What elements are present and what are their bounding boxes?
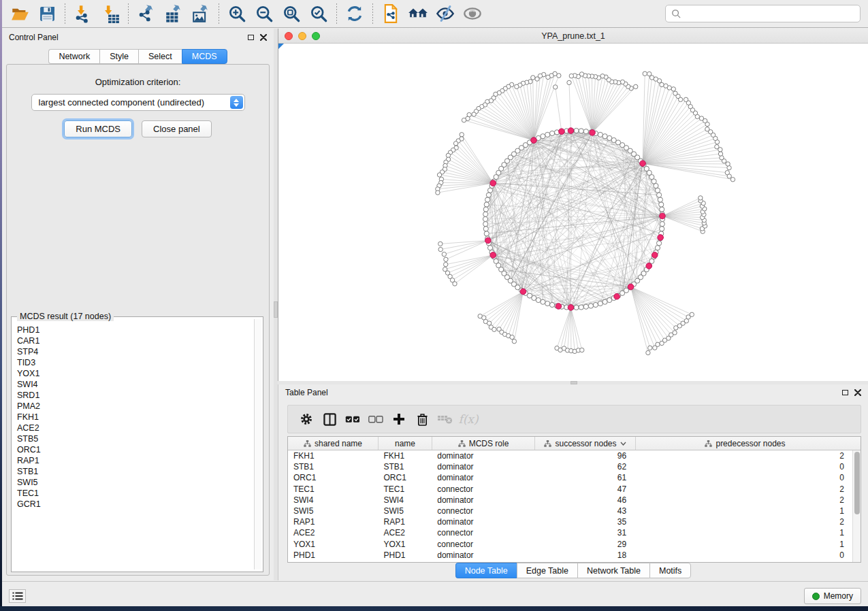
- save-session-icon[interactable]: [37, 3, 57, 24]
- table-cell[interactable]: 2: [634, 517, 852, 527]
- table-scrollbar[interactable]: [852, 450, 861, 562]
- mcds-result-item[interactable]: SRD1: [14, 390, 253, 401]
- table-cell[interactable]: TEC1: [288, 484, 379, 494]
- table-cell[interactable]: 96: [534, 451, 634, 461]
- table-settings-gear-icon[interactable]: [295, 409, 318, 429]
- table-cell[interactable]: TEC1: [379, 484, 432, 494]
- table-row[interactable]: ORC1ORC1dominator610: [288, 472, 852, 483]
- close-panel-icon[interactable]: [260, 34, 267, 41]
- table-cell[interactable]: connector: [432, 506, 534, 516]
- float-panel-icon[interactable]: [248, 35, 254, 40]
- mcds-result-item[interactable]: GCR1: [14, 499, 253, 510]
- table-cell[interactable]: 29: [534, 540, 634, 549]
- table-cell[interactable]: FKH1: [288, 451, 379, 461]
- table-cell[interactable]: 0: [634, 462, 852, 472]
- network-from-file-icon[interactable]: [381, 3, 401, 24]
- deselect-all-rows-icon[interactable]: [364, 409, 387, 429]
- show-details-icon[interactable]: [462, 3, 483, 24]
- column-header-shared-name[interactable]: shared name: [288, 437, 379, 450]
- table-cell[interactable]: SWI4: [288, 495, 379, 505]
- network-canvas[interactable]: [278, 44, 868, 381]
- table-cell[interactable]: PHD1: [379, 550, 432, 560]
- table-cell[interactable]: 46: [534, 495, 634, 505]
- mcds-result-item[interactable]: STP4: [14, 346, 253, 357]
- mcds-result-item[interactable]: RAP1: [14, 455, 253, 466]
- tab-node-table[interactable]: Node Table: [455, 563, 517, 578]
- table-cell[interactable]: 61: [534, 473, 634, 482]
- tab-style[interactable]: Style: [99, 49, 138, 64]
- table-cell[interactable]: connector: [432, 484, 534, 494]
- mcds-result-item[interactable]: CAR1: [14, 335, 253, 346]
- table-cell[interactable]: RAP1: [379, 517, 432, 527]
- column-header-MCDS-role[interactable]: MCDS role: [432, 437, 535, 450]
- table-cell[interactable]: 1: [634, 506, 852, 516]
- table-row[interactable]: ACE2ACE2connector311: [288, 527, 852, 538]
- delete-column-trash-icon[interactable]: [411, 409, 434, 429]
- mcds-result-list[interactable]: PHD1CAR1STP4TID3YOX1SWI4SRD1PMA2FKH1ACE2…: [14, 319, 253, 569]
- mcds-result-item[interactable]: STB5: [14, 433, 253, 444]
- export-network-icon[interactable]: [136, 3, 157, 24]
- table-cell[interactable]: ORC1: [288, 473, 379, 482]
- show-column-panel-icon[interactable]: [318, 409, 341, 429]
- table-cell[interactable]: FKH1: [379, 451, 432, 461]
- table-cell[interactable]: 2: [634, 484, 852, 494]
- export-image-icon[interactable]: [191, 3, 211, 24]
- table-cell[interactable]: dominator: [432, 462, 534, 472]
- close-panel-button[interactable]: Close panel: [142, 120, 212, 137]
- table-cell[interactable]: connector: [432, 528, 534, 538]
- table-cell[interactable]: YOX1: [379, 540, 432, 549]
- table-cell[interactable]: SWI5: [379, 506, 432, 516]
- table-row[interactable]: SWI4SWI4dominator462: [288, 495, 852, 506]
- task-history-button[interactable]: [9, 589, 26, 603]
- table-cell[interactable]: connector: [432, 540, 534, 549]
- mcds-result-item[interactable]: TID3: [14, 357, 253, 368]
- table-cell[interactable]: SWI4: [379, 495, 432, 505]
- zoom-in-icon[interactable]: [227, 3, 247, 24]
- mcds-result-item[interactable]: PHD1: [14, 325, 253, 335]
- zoom-fit-icon[interactable]: [281, 3, 302, 24]
- table-scrollbar-thumb[interactable]: [854, 452, 860, 514]
- table-cell[interactable]: YOX1: [288, 540, 379, 549]
- table-cell[interactable]: 0: [634, 550, 852, 560]
- home-icon[interactable]: [408, 3, 428, 24]
- table-cell[interactable]: PHD1: [288, 550, 379, 560]
- tab-network[interactable]: Network: [48, 49, 99, 64]
- tab-mcds[interactable]: MCDS: [182, 49, 227, 64]
- table-cell[interactable]: 18: [534, 550, 634, 560]
- table-cell[interactable]: ORC1: [379, 473, 432, 482]
- network-graph[interactable]: [278, 44, 868, 381]
- column-header-predecessor-nodes[interactable]: predecessor nodes: [636, 437, 854, 450]
- table-cell[interactable]: STB1: [379, 462, 432, 472]
- table-cell[interactable]: dominator: [432, 495, 534, 505]
- memory-button[interactable]: Memory: [804, 588, 861, 604]
- import-network-icon[interactable]: [73, 3, 93, 24]
- table-cell[interactable]: 43: [534, 506, 634, 516]
- import-table-icon[interactable]: [100, 3, 120, 24]
- mcds-result-item[interactable]: FKH1: [14, 412, 253, 423]
- table-row[interactable]: YOX1YOX1connector291: [288, 539, 852, 550]
- network-view-titlebar[interactable]: YPA_prune.txt_1: [278, 29, 868, 44]
- table-cell[interactable]: 31: [534, 528, 634, 538]
- table-row[interactable]: FKH1FKH1dominator962: [288, 450, 852, 461]
- mcds-result-scrollbar[interactable]: [254, 319, 261, 569]
- table-cell[interactable]: dominator: [432, 473, 534, 482]
- column-header-successor-nodes[interactable]: successor nodes: [535, 437, 636, 450]
- tab-network-table[interactable]: Network Table: [577, 563, 649, 578]
- table-cell[interactable]: 1: [634, 528, 852, 538]
- search-input[interactable]: [686, 9, 854, 19]
- tab-select[interactable]: Select: [138, 49, 182, 64]
- export-table-icon[interactable]: [163, 3, 184, 24]
- select-all-rows-icon[interactable]: [341, 409, 364, 429]
- table-row[interactable]: TEC1TEC1connector472: [288, 484, 852, 495]
- zoom-out-icon[interactable]: [254, 3, 274, 24]
- table-cell[interactable]: dominator: [432, 550, 534, 560]
- table-row[interactable]: SWI5SWI5connector431: [288, 506, 852, 516]
- mcds-result-item[interactable]: SWI4: [14, 379, 253, 390]
- table-cell[interactable]: 0: [634, 473, 852, 482]
- table-row[interactable]: PHD1PHD1dominator180: [288, 550, 852, 561]
- refresh-icon[interactable]: [344, 3, 365, 24]
- table-cell[interactable]: 47: [534, 484, 634, 494]
- float-table-panel-icon[interactable]: [842, 390, 848, 395]
- table-cell[interactable]: RAP1: [288, 517, 379, 527]
- table-cell[interactable]: dominator: [432, 451, 534, 461]
